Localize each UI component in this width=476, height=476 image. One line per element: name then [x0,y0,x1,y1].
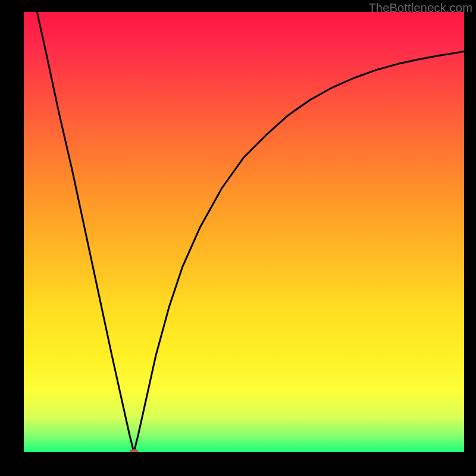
plot-area [24,12,464,452]
plot-svg [24,12,464,452]
watermark-text: TheBottleneck.com [368,1,472,15]
optimum-marker [130,449,138,452]
bottleneck-curve [37,12,464,452]
chart-frame: TheBottleneck.com [0,0,476,476]
